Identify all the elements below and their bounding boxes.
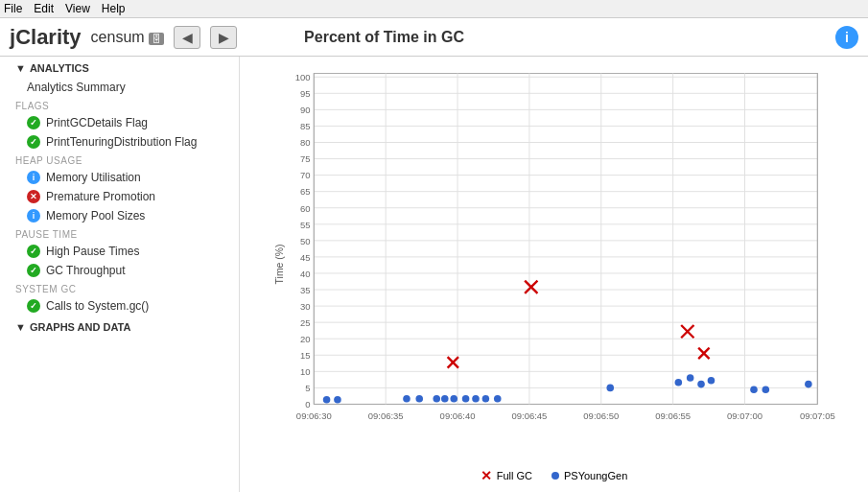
svg-point-72 (687, 374, 694, 382)
legend-ps-young-gen: PSYoungGen (551, 468, 627, 483)
svg-point-60 (334, 396, 341, 404)
db-icon: 🗄 (149, 33, 164, 45)
svg-point-62 (415, 395, 423, 403)
menu-file[interactable]: File (4, 2, 22, 15)
analytics-arrow: ▼ (15, 62, 26, 74)
full-gc-label: Full GC (497, 470, 532, 481)
chart-area: Time (%) 100 95 90 85 80 75 (240, 57, 868, 492)
svg-point-69 (494, 395, 502, 403)
svg-text:09:06:50: 09:06:50 (583, 410, 619, 421)
svg-point-64 (441, 395, 449, 403)
svg-text:75: 75 (300, 153, 311, 164)
analytics-summary-text: Analytics Summary (27, 81, 126, 94)
x-grid (314, 73, 817, 404)
calls-system-gc-icon: ✓ (27, 299, 40, 313)
y-axis: 100 95 90 85 80 75 70 65 60 (295, 72, 818, 410)
svg-point-63 (433, 395, 440, 403)
svg-point-65 (450, 395, 457, 403)
sidebar-item-calls-to-system-gc[interactable]: ✓ Calls to System.gc() (0, 296, 239, 316)
menu-help[interactable]: Help (102, 2, 126, 15)
menu-edit[interactable]: Edit (34, 2, 54, 15)
analytics-label: ANALYTICS (30, 62, 89, 74)
svg-point-75 (750, 386, 758, 393)
sidebar-item-memory-pool-sizes[interactable]: i Memory Pool Sizes (0, 206, 239, 225)
svg-point-73 (697, 381, 705, 388)
ps-young-gen-icon (551, 472, 559, 480)
svg-point-67 (472, 395, 480, 403)
flags-label: FLAGS (0, 97, 239, 113)
memory-pool-sizes-icon: i (27, 209, 40, 223)
svg-text:55: 55 (300, 220, 311, 230)
memory-pool-sizes-label: Memory Pool Sizes (46, 209, 145, 223)
print-tenuring-icon: ✓ (27, 135, 40, 149)
sidebar-item-premature-promotion[interactable]: ✕ Premature Promotion (0, 187, 239, 206)
svg-text:95: 95 (300, 88, 311, 99)
calls-system-gc-label: Calls to System.gc() (46, 299, 149, 313)
svg-text:09:06:40: 09:06:40 (440, 410, 476, 421)
svg-point-74 (708, 377, 716, 385)
menu-view[interactable]: View (65, 2, 90, 15)
logo: jClarity (10, 25, 82, 50)
svg-text:09:07:00: 09:07:00 (727, 410, 762, 421)
full-gc-icon: ✕ (481, 468, 492, 483)
svg-point-66 (462, 395, 470, 403)
gc-throughput-label: GC Throughput (46, 264, 126, 277)
legend-full-gc: ✕ Full GC (481, 468, 532, 483)
svg-point-70 (606, 385, 614, 392)
svg-text:09:06:30: 09:06:30 (296, 410, 332, 421)
svg-text:100: 100 (295, 72, 311, 82)
svg-text:0: 0 (305, 399, 310, 410)
graphs-label: GRAPHS AND DATA (30, 321, 131, 333)
print-gc-details-label: PrintGCDetails Flag (46, 116, 148, 129)
svg-text:40: 40 (300, 269, 311, 279)
svg-text:25: 25 (300, 317, 311, 328)
ps-young-gen-dots (323, 374, 812, 403)
svg-rect-42 (314, 73, 817, 404)
sidebar-item-memory-utilisation[interactable]: i Memory Utilisation (0, 168, 239, 187)
svg-text:09:07:05: 09:07:05 (800, 410, 835, 421)
chart-svg: Time (%) 100 95 90 85 80 75 (247, 64, 860, 464)
svg-text:10: 10 (300, 366, 311, 377)
heap-label: HEAP USAGE (0, 152, 239, 168)
sidebar-item-high-pause-times[interactable]: ✓ High Pause Times (0, 242, 239, 261)
sidebar-item-gc-throughput[interactable]: ✓ GC Throughput (0, 261, 239, 280)
graphs-section-header[interactable]: ▼ GRAPHS AND DATA (0, 316, 239, 337)
chart-legend: ✕ Full GC PSYoungGen (247, 464, 860, 487)
logo-clarity: Clarity (15, 25, 81, 49)
gc-throughput-icon: ✓ (27, 264, 40, 277)
svg-point-77 (805, 381, 812, 388)
svg-text:60: 60 (300, 203, 311, 214)
svg-text:70: 70 (300, 170, 311, 180)
svg-text:90: 90 (300, 105, 311, 115)
main-layout: ▼ ANALYTICS Analytics Summary FLAGS ✓ Pr… (0, 57, 868, 492)
menubar: File Edit View Help (0, 0, 868, 18)
svg-text:09:06:45: 09:06:45 (511, 410, 547, 421)
info-button[interactable]: i (835, 26, 858, 49)
svg-point-76 (762, 386, 770, 393)
premature-promotion-label: Premature Promotion (46, 190, 155, 203)
analytics-section-header[interactable]: ▼ ANALYTICS (0, 57, 239, 78)
svg-text:09:06:35: 09:06:35 (368, 410, 404, 421)
nav-forward-button[interactable]: ▶ (210, 26, 237, 49)
svg-text:50: 50 (300, 236, 311, 246)
page-title: Percent of Time in GC (304, 29, 464, 46)
y-axis-label: Time (%) (274, 245, 285, 285)
print-gc-details-icon: ✓ (27, 116, 40, 129)
svg-text:20: 20 (300, 334, 311, 344)
sidebar-item-analytics-summary[interactable]: Analytics Summary (0, 78, 239, 97)
svg-text:35: 35 (300, 285, 311, 295)
svg-text:80: 80 (300, 137, 311, 148)
premature-promotion-icon: ✕ (27, 190, 40, 203)
ps-young-gen-label: PSYoungGen (564, 470, 627, 481)
svg-text:65: 65 (300, 186, 311, 197)
svg-point-61 (403, 395, 411, 403)
high-pause-times-label: High Pause Times (46, 245, 139, 258)
sidebar-item-print-tenuring[interactable]: ✓ PrintTenuringDistribution Flag (0, 132, 239, 152)
app-name: censum 🗄 (91, 29, 164, 46)
svg-text:15: 15 (300, 350, 311, 361)
nav-back-button[interactable]: ◀ (174, 26, 200, 49)
svg-text:30: 30 (300, 301, 311, 312)
sidebar-item-print-gc-details[interactable]: ✓ PrintGCDetails Flag (0, 113, 239, 132)
svg-point-59 (323, 396, 331, 404)
app-name-text: censum (91, 29, 145, 45)
